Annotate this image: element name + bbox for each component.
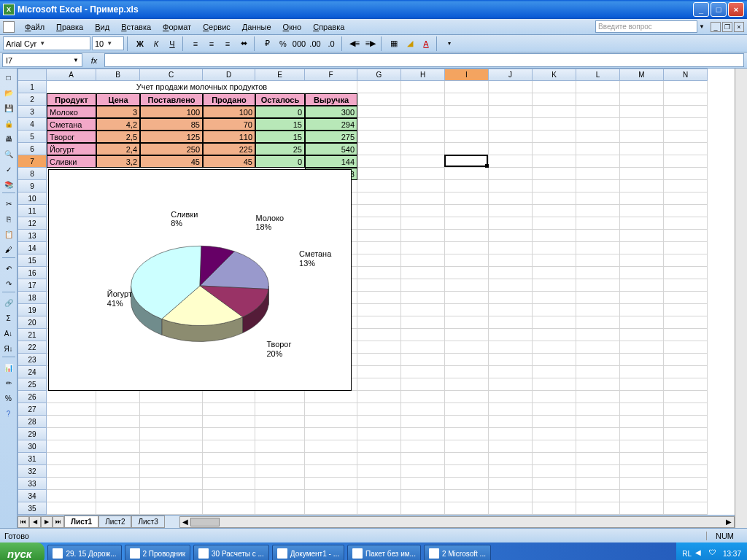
cell[interactable] [47, 502, 96, 515]
cell[interactable] [620, 230, 664, 242]
cell[interactable]: 70 [203, 118, 255, 131]
taskbar-item[interactable]: Документ1 - ... [272, 545, 344, 560]
cell[interactable]: Творог [47, 131, 96, 143]
column-header[interactable]: C [140, 69, 203, 81]
cell[interactable] [401, 143, 445, 155]
row-header[interactable]: 35 [18, 502, 47, 515]
cell[interactable] [533, 502, 576, 515]
row-header[interactable]: 2 [18, 93, 47, 106]
cell[interactable] [576, 329, 620, 341]
cell[interactable] [401, 416, 445, 428]
column-header[interactable]: H [401, 69, 445, 81]
row-header[interactable]: 31 [18, 453, 47, 465]
cell[interactable] [445, 217, 489, 230]
cell[interactable] [620, 217, 664, 230]
sheet-tab[interactable]: Лист2 [98, 516, 131, 528]
cell[interactable] [576, 180, 620, 192]
cell[interactable]: 45 [140, 155, 203, 168]
cell[interactable] [255, 416, 305, 428]
cell[interactable] [445, 155, 489, 168]
cell[interactable] [620, 366, 664, 378]
cell[interactable]: 2,4 [96, 143, 140, 155]
cell[interactable] [445, 304, 489, 316]
cell[interactable] [357, 279, 401, 292]
cell[interactable] [203, 490, 255, 502]
column-header[interactable]: K [533, 69, 576, 81]
cell[interactable] [357, 131, 401, 143]
cell[interactable] [401, 155, 445, 168]
cell[interactable] [620, 478, 664, 490]
cell[interactable] [445, 242, 489, 254]
cell[interactable] [664, 490, 708, 502]
cell[interactable] [445, 131, 489, 143]
open-button[interactable]: 📂 [1, 85, 16, 100]
tray-icon[interactable]: ◀ [695, 548, 705, 559]
cell[interactable] [305, 391, 357, 403]
cell[interactable] [47, 403, 96, 416]
cell[interactable] [620, 490, 664, 502]
row-header[interactable]: 25 [18, 378, 47, 391]
cell[interactable] [96, 428, 140, 440]
row-header[interactable]: 8 [18, 168, 47, 180]
cell[interactable] [664, 205, 708, 217]
cell[interactable] [357, 205, 401, 217]
cell[interactable] [620, 168, 664, 180]
cell[interactable] [401, 440, 445, 453]
cell[interactable] [489, 391, 533, 403]
row-header[interactable]: 14 [18, 242, 47, 254]
cell[interactable]: 100 [203, 106, 255, 118]
cell[interactable] [533, 440, 576, 453]
cell[interactable] [620, 93, 664, 106]
cell[interactable] [620, 180, 664, 192]
row-header[interactable]: 9 [18, 180, 47, 192]
merge-center-button[interactable]: ⬌ [236, 36, 251, 51]
cell[interactable]: 3,2 [96, 155, 140, 168]
cell[interactable] [620, 118, 664, 131]
cell[interactable] [533, 490, 576, 502]
cell[interactable] [664, 93, 708, 106]
cell[interactable] [401, 81, 445, 93]
cell[interactable] [401, 478, 445, 490]
cell[interactable] [576, 267, 620, 279]
increase-decimal-button[interactable]: .00 [308, 36, 322, 51]
cell[interactable] [620, 131, 664, 143]
cell[interactable] [489, 205, 533, 217]
cell[interactable] [664, 217, 708, 230]
cell[interactable] [401, 180, 445, 192]
redo-button[interactable]: ↷ [1, 276, 16, 291]
italic-button[interactable]: К [149, 36, 163, 51]
cell[interactable] [489, 155, 533, 168]
cell[interactable] [489, 304, 533, 316]
column-header[interactable]: L [576, 69, 620, 81]
cell[interactable] [47, 416, 96, 428]
cell[interactable] [576, 403, 620, 416]
row-header[interactable]: 29 [18, 428, 47, 440]
cell[interactable] [255, 478, 305, 490]
cell[interactable] [357, 354, 401, 366]
row-header[interactable]: 26 [18, 391, 47, 403]
comma-button[interactable]: 000 [292, 36, 306, 51]
cell[interactable] [620, 205, 664, 217]
cell[interactable]: 225 [203, 143, 255, 155]
cell[interactable] [533, 168, 576, 180]
cell[interactable] [533, 143, 576, 155]
cell[interactable]: Осталось [255, 93, 305, 106]
formula-input[interactable] [104, 53, 744, 67]
cell[interactable] [489, 428, 533, 440]
cell[interactable] [255, 453, 305, 465]
cell[interactable] [445, 168, 489, 180]
cell[interactable] [357, 254, 401, 267]
cell[interactable] [203, 416, 255, 428]
font-name-combo[interactable]: Arial Cyr▼ [3, 36, 90, 50]
cell[interactable] [401, 93, 445, 106]
cell[interactable] [489, 143, 533, 155]
cell[interactable] [305, 416, 357, 428]
cell[interactable] [664, 341, 708, 354]
cell[interactable]: 275 [305, 131, 357, 143]
chart-wizard-button[interactable]: 📊 [1, 360, 16, 375]
cell[interactable] [489, 440, 533, 453]
row-header[interactable]: 33 [18, 478, 47, 490]
cell[interactable] [620, 254, 664, 267]
cell[interactable]: Выручка [305, 93, 357, 106]
column-header[interactable]: A [47, 69, 96, 81]
